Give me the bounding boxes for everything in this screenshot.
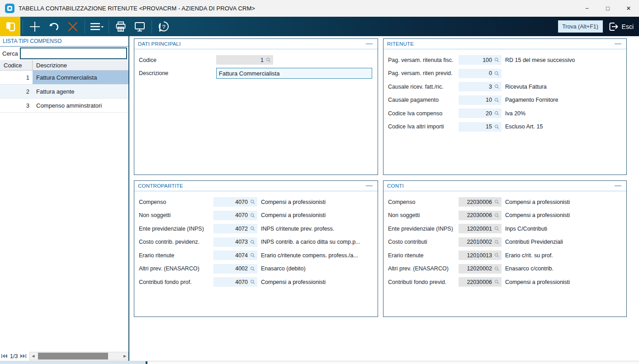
lookup-field[interactable]: 4074 [213,251,257,260]
scroll-left-icon[interactable]: ◀ [30,354,36,358]
toolbar-separator [23,20,23,33]
panel-title: DATI PRINCIPALI [138,41,181,47]
field-label: Codice [139,57,216,63]
field-value: 12020001 [467,226,492,232]
field-description: Contributi Previdenziali [505,239,563,245]
lookup-field[interactable]: 15 [459,122,502,132]
esci-label: Esci [622,23,634,30]
app-card-button[interactable] [0,17,20,36]
field-label: Compenso [388,199,459,205]
lookup-magnifier-icon[interactable] [250,253,255,258]
collapse-panel-icon[interactable] [366,43,373,44]
field-label: Ente previdenziale (INPS) [139,226,213,232]
status-bar [0,361,639,364]
minimize-button[interactable]: − [577,0,597,17]
first-page-icon[interactable] [0,354,9,358]
lookup-field[interactable]: 4002 [213,264,257,274]
lookup-field[interactable]: 4070 [213,197,257,207]
add-button[interactable] [25,17,44,36]
lookup-magnifier-icon[interactable] [250,199,255,204]
field-value: 10 [486,97,492,103]
column-header-codice[interactable]: Codice [0,60,33,70]
lookup-field[interactable]: 3 [459,82,502,91]
toolbar-separator [85,20,85,33]
lookup-magnifier-icon[interactable] [494,57,499,62]
menu-button[interactable] [87,17,106,36]
horizontal-scrollbar[interactable]: ◀ ▶ [29,352,128,360]
lookup-magnifier-icon[interactable] [494,111,499,116]
lookup-magnifier-icon[interactable] [494,98,499,103]
field-row: Codice Iva altri importi 15 Escluso Art.… [383,120,626,134]
lookup-magnifier-icon[interactable] [266,57,271,62]
lookup-magnifier-icon[interactable] [494,266,499,271]
lookup-magnifier-icon[interactable] [494,124,499,129]
lookup-magnifier-icon[interactable] [494,71,499,76]
column-header-descrizione[interactable]: Descrizione [33,62,67,69]
scroll-right-icon[interactable]: ▶ [122,354,128,358]
lookup-magnifier-icon[interactable] [250,266,255,271]
codice-lookup-field[interactable]: 1 [216,55,273,65]
lookup-magnifier-icon[interactable] [250,226,255,231]
app-card-icon [5,21,16,33]
lookup-field[interactable]: 4072 [213,224,257,233]
scrollbar-thumb[interactable] [38,353,108,359]
lookup-field[interactable]: 22030006 [459,277,502,287]
panel-title: CONTROPARTITE [138,183,183,189]
field-row: Erario ritenute 12010013 Erario c/rit. s… [383,249,626,262]
lookup-field[interactable]: 4073 [213,237,257,247]
lookup-field[interactable]: 4070 [213,277,257,287]
last-page-icon[interactable] [19,354,28,358]
lookup-magnifier-icon[interactable] [494,240,499,245]
collapse-panel-icon[interactable] [366,185,373,186]
lookup-field[interactable]: 22030006 [459,211,502,220]
monitor-button[interactable] [130,17,149,36]
field-label: Codice Iva altri importi [388,123,459,130]
lookup-magnifier-icon[interactable] [494,84,499,89]
field-value: 12010013 [467,252,492,259]
undo-button[interactable] [44,17,63,36]
field-row: Non soggetti 22030006 Compensi a profess… [383,209,626,222]
lookup-magnifier-icon[interactable] [494,213,499,218]
close-button[interactable]: ✕ [618,0,639,17]
lookup-magnifier-icon[interactable] [494,199,499,204]
lookup-magnifier-icon[interactable] [250,240,255,245]
list-item[interactable]: 2 Fattura agente [0,85,128,99]
collapse-panel-icon[interactable] [615,43,621,44]
esci-button[interactable]: Esci [608,21,634,32]
lookup-field[interactable]: 0 [459,69,502,78]
field-label: Erario ritenute [139,252,213,259]
delete-button[interactable] [63,17,82,36]
lookup-magnifier-icon[interactable] [494,279,499,284]
collapse-panel-icon[interactable] [615,185,621,186]
lookup-field[interactable]: 22030006 [459,197,502,207]
print-button[interactable] [111,17,130,36]
lookup-field[interactable]: 4070 [213,211,257,220]
field-row: Codice Iva compenso 20 Iva 20% [383,107,626,120]
lookup-magnifier-icon[interactable] [494,226,499,231]
lookup-field[interactable]: 100 [459,55,502,65]
list-item[interactable]: 1 Fattura Commercialista [0,71,128,85]
search-input[interactable] [20,47,127,59]
lookup-field[interactable]: 12020002 [459,264,502,274]
list-item-codice: 1 [0,71,33,84]
maximize-button[interactable]: □ [597,0,618,17]
help-button[interactable]: ? [154,17,173,36]
field-row: Compenso 4070 Compensi a professionisti [134,195,378,209]
descrizione-input[interactable]: Fattura Commercialista [216,68,372,79]
field-description: Erario c/ritenute compens. profess./a... [261,252,358,259]
field-description: Compensi a professionisti [505,199,570,205]
list-item[interactable]: 3 Compenso amminstratori [0,99,128,113]
lookup-field[interactable]: 12010013 [459,251,502,260]
field-value: 22030006 [467,199,492,205]
lookup-field[interactable]: 22010002 [459,237,502,247]
lookup-field[interactable]: 20 [459,109,502,118]
lookup-field[interactable]: 12020001 [459,224,502,233]
lookup-magnifier-icon[interactable] [494,253,499,258]
lookup-field[interactable]: 10 [459,95,502,105]
list-item-codice: 3 [0,99,33,112]
field-value: 15 [486,123,492,130]
lookup-magnifier-icon[interactable] [250,279,255,284]
trova-button[interactable]: Trova (Alt+F1) [558,20,603,33]
lookup-magnifier-icon[interactable] [250,213,255,218]
plus-icon [29,21,41,33]
